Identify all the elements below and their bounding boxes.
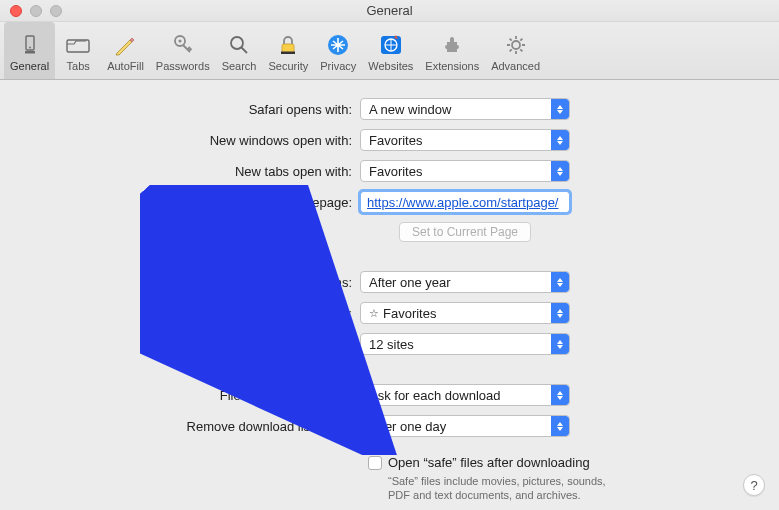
remove-history-select[interactable]: After one year (360, 271, 570, 293)
tab-label: AutoFill (107, 60, 144, 72)
open-safe-files-label: Open “safe” files after downloading (388, 455, 590, 470)
safari-opens-select[interactable]: A new window (360, 98, 570, 120)
remove-history-label: Remove history items: (30, 275, 360, 290)
tab-general[interactable]: General (4, 22, 55, 79)
open-safe-files-checkbox[interactable] (368, 456, 382, 470)
autofill-icon (111, 31, 139, 59)
set-current-page-button[interactable]: Set to Current Page (399, 222, 531, 242)
chevron-updown-icon (551, 416, 569, 436)
websites-icon (377, 31, 405, 59)
window-title: General (0, 3, 779, 18)
general-icon (16, 31, 44, 59)
tab-autofill[interactable]: AutoFill (101, 22, 150, 79)
svg-rect-2 (25, 51, 35, 53)
key-icon (169, 31, 197, 59)
tab-label: Extensions (425, 60, 479, 72)
minimize-window-button[interactable] (30, 5, 42, 17)
tab-label: General (10, 60, 49, 72)
chevron-updown-icon (551, 161, 569, 181)
svg-point-12 (512, 41, 520, 49)
top-sites-select[interactable]: 12 sites (360, 333, 570, 355)
tab-label: Search (222, 60, 257, 72)
tabs-icon (64, 31, 92, 59)
remove-downloads-label: Remove download list items: (30, 419, 360, 434)
chevron-updown-icon (551, 99, 569, 119)
new-windows-select[interactable]: Favorites (360, 129, 570, 151)
close-window-button[interactable] (10, 5, 22, 17)
tab-privacy[interactable]: Privacy (314, 22, 362, 79)
preferences-content: Safari opens with: A new window New wind… (0, 80, 779, 510)
svg-rect-8 (281, 52, 295, 55)
lock-icon (274, 31, 302, 59)
remove-downloads-select[interactable]: After one day (360, 415, 570, 437)
help-button[interactable]: ? (743, 474, 765, 496)
homepage-label: Homepage: (30, 195, 360, 210)
homepage-field[interactable] (360, 191, 570, 213)
tab-label: Privacy (320, 60, 356, 72)
tab-advanced[interactable]: Advanced (485, 22, 546, 79)
svg-point-1 (29, 47, 31, 49)
new-windows-label: New windows open with: (30, 133, 360, 148)
favorites-shows-select[interactable]: ☆Favorites (360, 302, 570, 324)
search-icon (225, 31, 253, 59)
new-tabs-select[interactable]: Favorites (360, 160, 570, 182)
tab-search[interactable]: Search (216, 22, 263, 79)
gear-icon (502, 31, 530, 59)
tab-label: Security (268, 60, 308, 72)
tab-label: Passwords (156, 60, 210, 72)
chevron-updown-icon (551, 272, 569, 292)
tab-security[interactable]: Security (262, 22, 314, 79)
svg-point-6 (231, 37, 243, 49)
zoom-window-button[interactable] (50, 5, 62, 17)
chevron-updown-icon (551, 334, 569, 354)
star-icon: ☆ (369, 307, 379, 320)
new-tabs-label: New tabs open with: (30, 164, 360, 179)
tab-label: Tabs (67, 60, 90, 72)
titlebar: General (0, 0, 779, 22)
download-location-select[interactable]: Ask for each download (360, 384, 570, 406)
favorites-shows-label: Favorites shows: (30, 306, 360, 321)
tab-label: Websites (368, 60, 413, 72)
window-controls (0, 5, 62, 17)
chevron-updown-icon (551, 385, 569, 405)
open-safe-files-help: “Safe” files include movies, pictures, s… (388, 474, 608, 503)
tab-extensions[interactable]: Extensions (419, 22, 485, 79)
top-sites-label: Top Sites shows: (30, 337, 360, 352)
privacy-icon (324, 31, 352, 59)
extensions-icon (438, 31, 466, 59)
preferences-toolbar: General Tabs AutoFill Passwords Search S… (0, 22, 779, 80)
tab-websites[interactable]: Websites (362, 22, 419, 79)
svg-point-5 (178, 40, 181, 43)
svg-rect-3 (67, 40, 89, 52)
safari-opens-label: Safari opens with: (30, 102, 360, 117)
tab-tabs[interactable]: Tabs (55, 22, 101, 79)
chevron-updown-icon (551, 303, 569, 323)
chevron-updown-icon (551, 130, 569, 150)
download-location-label: File download location: (30, 388, 360, 403)
tab-label: Advanced (491, 60, 540, 72)
tab-passwords[interactable]: Passwords (150, 22, 216, 79)
